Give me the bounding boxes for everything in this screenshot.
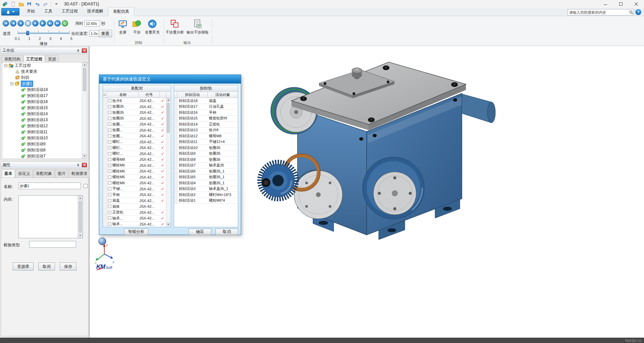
tree-item-activity[interactable]: 拆卸活动12: [2, 123, 87, 129]
assembly-pair-row[interactable]: 垫圈35 JSX-42... ✓: [103, 116, 166, 122]
row-checkbox[interactable]: [108, 134, 111, 138]
ribbon-tab[interactable]: 装配仿真: [108, 7, 134, 16]
volume-toggle-button[interactable]: 音量开关: [144, 19, 161, 35]
save-button[interactable]: 保存: [60, 262, 76, 271]
play-to-start-button[interactable]: [3, 20, 9, 27]
close-icon[interactable]: [82, 48, 87, 53]
fetch-word-button[interactable]: 取词: [38, 262, 55, 271]
interference-button[interactable]: 干涉: [131, 19, 143, 35]
scroll-up-icon[interactable]: [166, 98, 170, 102]
disassembly-row[interactable]: 拆卸活动10 垫圈35: [174, 145, 238, 151]
row-checkbox[interactable]: [108, 187, 111, 191]
step-backward-button[interactable]: [10, 20, 16, 27]
row-checkbox[interactable]: [108, 129, 111, 132]
tree-item-activity[interactable]: 拆卸活动14: [2, 111, 87, 117]
disassembly-row[interactable]: 拆卸活动13 垫片8: [174, 128, 238, 134]
tree-item-activity[interactable]: 拆卸活动18: [2, 87, 87, 93]
search-icon[interactable]: [629, 10, 634, 15]
play-forward-button[interactable]: [32, 20, 39, 27]
name-input[interactable]: [18, 183, 81, 189]
assembly-pair-row[interactable]: 垫圈35 JSX-42... ✓: [103, 104, 166, 110]
smart-analysis-button[interactable]: 智能分析: [124, 229, 148, 235]
fast-forward-button[interactable]: [54, 20, 61, 27]
gearbox-model[interactable]: [247, 51, 502, 273]
assembly-pair-row[interactable]: 平键... JSX-42... ✓: [103, 186, 166, 192]
cancel-button[interactable]: 取消: [215, 229, 238, 235]
check-type-input[interactable]: [29, 241, 76, 248]
close-icon[interactable]: [82, 163, 87, 167]
row-checkbox[interactable]: [108, 216, 111, 220]
properties-tab[interactable]: 自定义: [15, 169, 33, 178]
slider-track[interactable]: [17, 33, 70, 34]
assembly-pair-row[interactable]: 螺母M8 JSX-42... ✓: [103, 157, 166, 163]
assembly-pair-row[interactable]: 螺栓M6 JSX-42... ✓: [103, 168, 166, 175]
scroll-down-icon[interactable]: [82, 154, 87, 158]
row-checkbox[interactable]: [108, 122, 111, 126]
row-checkbox[interactable]: [108, 164, 111, 167]
ribbon-tab[interactable]: 工具: [40, 7, 57, 16]
dialog-titlebar[interactable]: 基于约束的快速轨迹定义: [99, 75, 241, 84]
undo-icon[interactable]: [34, 1, 41, 7]
assembly-pair-row[interactable]: 螺栓M6 JSX-42... ✓: [103, 163, 166, 169]
resource-library-button[interactable]: 资源库: [13, 262, 34, 271]
ok-button[interactable]: 确定: [189, 229, 211, 235]
elapsed-time-input[interactable]: [85, 20, 100, 27]
content-scrollbar[interactable]: [77, 196, 83, 238]
viewport-3d[interactable]: 基于约束的快速轨迹定义 装配对 名称 代号: [89, 46, 644, 338]
scroll-down-icon[interactable]: [78, 233, 83, 238]
interference-analysis-button[interactable]: 干涉量分析: [165, 19, 184, 35]
disassembly-row[interactable]: 拆卸活动7 轴承盖35: [174, 163, 238, 169]
save-icon[interactable]: [25, 1, 33, 7]
row-checkbox[interactable]: [108, 140, 111, 144]
speed-slider-thumb[interactable]: [26, 31, 29, 35]
tree-item-activity[interactable]: 拆卸活动13: [2, 117, 87, 123]
tree-item-root[interactable]: 工艺过程: [2, 62, 87, 68]
pairs-scrollbar[interactable]: [166, 98, 170, 227]
name-column-header[interactable]: 名称: [107, 92, 139, 98]
assembly-pair-row[interactable]: 螺钉... JSX-42... ✓: [103, 145, 166, 151]
pause-button[interactable]: [25, 20, 31, 27]
tree-item-activity[interactable]: 拆卸活动9: [2, 141, 87, 147]
tree-item-activity[interactable]: 拆卸活动15: [2, 105, 87, 111]
row-checkbox[interactable]: [108, 158, 111, 161]
maximize-button[interactable]: [613, 0, 629, 8]
collapse-icon[interactable]: [4, 64, 7, 67]
properties-tab[interactable]: 基本: [2, 169, 15, 178]
activity-column-header[interactable]: 拆卸活动: [177, 92, 208, 98]
disassembly-row[interactable]: 拆卸活动18 箱盖: [174, 98, 238, 104]
scroll-up-icon[interactable]: [78, 196, 83, 200]
assembly-pair-row[interactable]: 垫圈35 JSX-42... ✓: [103, 110, 166, 116]
row-checkbox[interactable]: [108, 176, 111, 179]
assembly-pair-row[interactable]: 垫圈... JSX-42... ✓: [103, 121, 166, 128]
code-column-header[interactable]: 代号: [139, 92, 160, 98]
assembly-pair-row[interactable]: 正齿轮 JSX-42... ✓: [103, 210, 166, 216]
disassembly-row[interactable]: 拆卸活动14 正齿轮: [174, 121, 238, 128]
quick-access-dropdown-icon[interactable]: [53, 1, 60, 7]
disassembly-row[interactable]: 拆卸活动11 平键12×4: [174, 139, 238, 145]
ribbon-tab[interactable]: 工艺过程: [57, 7, 83, 16]
tree-item-section[interactable]: 剖切: [2, 75, 87, 81]
row-checkbox[interactable]: [108, 205, 111, 208]
pin-icon[interactable]: [75, 163, 81, 167]
assembly-pair-row[interactable]: 螺钉... JSX-42... ✓: [103, 151, 166, 157]
tree-item-activity[interactable]: 拆卸活动17: [2, 93, 87, 99]
row-checkbox[interactable]: [108, 211, 111, 214]
assembly-pair-row[interactable]: 螺钉... JSX-42... ✓: [103, 139, 166, 145]
assembly-pair-row[interactable]: 轴承... JSX-42... ✓: [103, 222, 166, 227]
content-textarea[interactable]: [19, 196, 77, 238]
tree-item-activity[interactable]: 拆卸活动16: [2, 99, 87, 105]
row-checkbox[interactable]: [108, 99, 111, 102]
disassembly-row[interactable]: 拆卸活动15 锥齿轮部件: [174, 116, 238, 122]
sort-header-cell[interactable]: [103, 92, 107, 98]
assembly-pair-row[interactable]: 箱体 JSX-42...: [103, 204, 166, 210]
scrollbar-thumb[interactable]: [78, 201, 82, 233]
tree-item-activity[interactable]: 拆卸活动10: [2, 135, 87, 141]
row-checkbox[interactable]: [108, 152, 111, 155]
tree-item-step[interactable]: 步骤1: [2, 81, 87, 87]
pin-icon[interactable]: [75, 48, 81, 53]
speed-slider[interactable]: [17, 30, 70, 36]
redo-icon[interactable]: [42, 1, 49, 7]
name-checkbox[interactable]: [84, 184, 88, 188]
row-checkbox[interactable]: [108, 105, 111, 108]
fullscreen-button[interactable]: 全屏: [116, 19, 129, 35]
